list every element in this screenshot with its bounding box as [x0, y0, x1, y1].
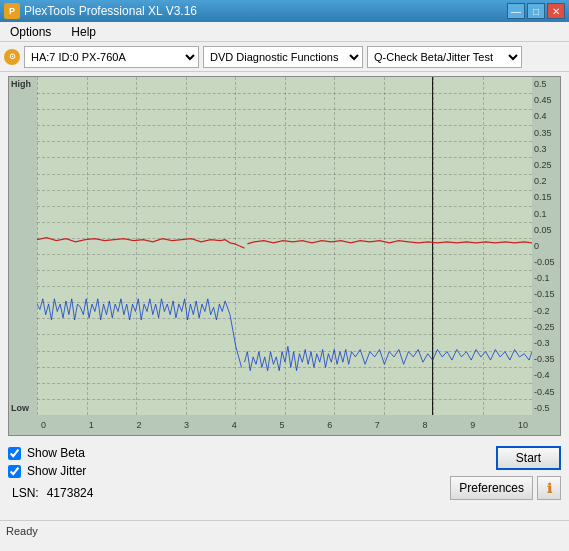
- lsn-value: 4173824: [47, 486, 94, 500]
- minimize-button[interactable]: —: [507, 3, 525, 19]
- status-text: Ready: [6, 525, 38, 537]
- chart-plot-area: [37, 77, 532, 415]
- menu-help[interactable]: Help: [65, 23, 102, 41]
- function-select[interactable]: DVD Diagnostic Functions: [203, 46, 363, 68]
- window-controls: — □ ✕: [507, 3, 565, 19]
- toolbar: ⊙ HA:7 ID:0 PX-760A DVD Diagnostic Funct…: [0, 42, 569, 72]
- app-icon: P: [4, 3, 20, 19]
- pref-info-row: Preferences ℹ: [450, 476, 561, 500]
- start-button[interactable]: Start: [496, 446, 561, 470]
- show-jitter-label: Show Jitter: [27, 464, 86, 478]
- lsn-area: LSN: 4173824: [12, 486, 93, 500]
- drive-icon: ⊙: [4, 49, 20, 65]
- buttons-area: Start Preferences ℹ: [450, 446, 561, 500]
- test-select[interactable]: Q-Check Beta/Jitter Test: [367, 46, 522, 68]
- menu-bar: Options Help: [0, 22, 569, 42]
- checkboxes-area: Show Beta Show Jitter: [8, 446, 93, 478]
- menu-options[interactable]: Options: [4, 23, 57, 41]
- show-jitter-checkbox[interactable]: [8, 465, 21, 478]
- show-beta-row[interactable]: Show Beta: [8, 446, 93, 460]
- y-axis-right: 0.5 0.45 0.4 0.35 0.3 0.25 0.2 0.15 0.1 …: [532, 77, 560, 415]
- drive-select[interactable]: HA:7 ID:0 PX-760A: [24, 46, 199, 68]
- window-title: PlexTools Professional XL V3.16: [24, 4, 197, 18]
- status-bar: Ready: [0, 520, 569, 540]
- maximize-button[interactable]: □: [527, 3, 545, 19]
- close-button[interactable]: ✕: [547, 3, 565, 19]
- title-bar: P PlexTools Professional XL V3.16 — □ ✕: [0, 0, 569, 22]
- show-jitter-row[interactable]: Show Jitter: [8, 464, 93, 478]
- chart-svg: [37, 77, 532, 415]
- show-beta-checkbox[interactable]: [8, 447, 21, 460]
- x-axis: 0 1 2 3 4 5 6 7 8 9 10: [37, 415, 532, 435]
- y-axis-left: [9, 77, 37, 415]
- lsn-label: LSN:: [12, 486, 39, 500]
- preferences-button[interactable]: Preferences: [450, 476, 533, 500]
- info-button[interactable]: ℹ: [537, 476, 561, 500]
- chart-container: High Low 0.5 0.45 0.4 0.35 0.3 0.25 0.2 …: [8, 76, 561, 436]
- show-beta-label: Show Beta: [27, 446, 85, 460]
- bottom-panel: Show Beta Show Jitter LSN: 4173824 Start…: [0, 440, 569, 520]
